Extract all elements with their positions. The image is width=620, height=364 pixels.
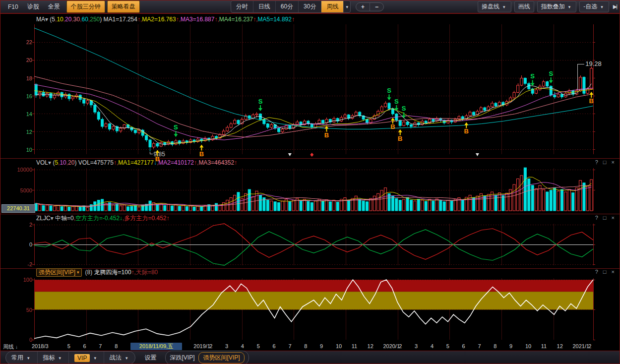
tab-deep-drop-vip[interactable]: 深跌[VIP] (170, 354, 194, 362)
volume-axis-label: 5000 (12, 187, 32, 193)
date-tick-label: 7 (288, 343, 291, 349)
dropdown-trading-line[interactable]: 操盘线 ▾ (478, 1, 511, 12)
date-tick-label: 2018/3 (32, 343, 49, 349)
chevron-down-icon: ▾ (501, 4, 507, 9)
header-segment: ZLJC (36, 215, 51, 222)
date-tick-label: 8 (115, 343, 118, 349)
tab-period-daily[interactable]: 日线 (253, 1, 276, 12)
date-tick-label: 12 (557, 343, 563, 349)
price-axis-label: 14 (12, 111, 32, 117)
menu-indicators[interactable]: 指标 ▾ (37, 352, 69, 364)
date-tick-label: 2020/1 (383, 343, 400, 349)
strength-header-values: (8) 龙腾四海=100↑,天际=80 (85, 269, 158, 276)
zoom-in-button[interactable]: + (356, 3, 370, 11)
close-icon[interactable]: × (612, 215, 615, 221)
date-tick-label: 12 (368, 343, 373, 349)
date-axis[interactable]: 周线 ↓ 2018/3567892019/1234567891011122020… (0, 343, 620, 351)
tab-period-60min[interactable]: 60分 (276, 1, 299, 12)
button-draw-line[interactable]: 画线 (514, 1, 534, 12)
maximize-icon[interactable]: □ (603, 215, 607, 221)
volume-bars-layer (35, 168, 593, 211)
svg-text:B: B (324, 131, 329, 139)
header-segment: MA1=17.254 (104, 16, 137, 23)
menu-tactics[interactable]: 战法 ▾ (104, 352, 135, 364)
help-icon[interactable]: ? (595, 269, 598, 275)
timeframe-corner-label[interactable]: 周线 ↓ (3, 343, 18, 351)
header-segment: ) (100, 16, 103, 23)
main-indicator-header[interactable]: MA▾ (5,10,20,30,60,250) MA1=17.254↑,MA2=… (36, 16, 295, 23)
header-segment: VOL (36, 159, 48, 166)
header-segment: 多方主力=0.452 (124, 215, 166, 222)
zljc-panel-controls: ? □ × (592, 215, 615, 221)
maximize-icon[interactable]: □ (603, 269, 607, 275)
chevron-down-icon: ▾ (25, 356, 32, 361)
date-tick-label: 11 (352, 343, 357, 349)
header-segment: ▾ (45, 16, 50, 23)
header-segment: MA5=14.892 (258, 16, 292, 23)
candles-layer (35, 66, 593, 151)
header-segment: (8) (85, 269, 94, 276)
dropdown-strength-zone[interactable]: 强势区间[VIP] ▾ (36, 268, 82, 277)
header-segment: MA (36, 16, 45, 23)
header-segment: 30 (73, 16, 80, 23)
help-icon[interactable]: ? (595, 159, 598, 165)
tab-period-minute[interactable]: 分时 (231, 1, 253, 12)
dropdown-index-overlay[interactable]: 指数叠加 ▾ (537, 1, 577, 12)
zljc-indicator-header[interactable]: ZLJC▾ 中轴=0,空方主力=-0.452↓,多方主力=0.452↑ (36, 215, 170, 222)
zoom-out-button[interactable]: − (370, 3, 383, 11)
header-segment: MA2=16.763 (142, 16, 176, 23)
svg-text:19.28: 19.28 (585, 60, 602, 67)
period-tabs: 分时 日线 60分 30分 周线 ▾ (231, 0, 351, 13)
svg-text:S: S (394, 98, 399, 105)
svg-text:B: B (390, 123, 395, 130)
button-stock-3min[interactable]: 个股三分钟 (66, 0, 105, 13)
menu-panorama[interactable]: 全景 (44, 1, 64, 12)
date-tick-label: 6 (462, 343, 465, 349)
date-tick-label: 3 (225, 343, 228, 349)
svg-text:S: S (549, 70, 553, 77)
date-tick-label: 2 (588, 343, 591, 349)
menu-f10[interactable]: F10 (3, 2, 23, 12)
tab-strength-zone-vip[interactable]: 强势区间[VIP] (198, 352, 244, 364)
tab-period-weekly[interactable]: 周线 (321, 1, 344, 12)
collapse-panel-icon[interactable]: ▶| (613, 3, 617, 10)
settings-button[interactable]: 设置 (141, 352, 159, 364)
help-icon[interactable]: ? (595, 215, 598, 221)
dropdown-watchlist[interactable]: -自选 ▾ (579, 1, 609, 12)
date-tick-label: 5 (257, 343, 260, 349)
svg-text:9.85: 9.85 (154, 151, 166, 158)
chart-canvas: SSSSSSSBBBBBBB9.8519.28 (0, 0, 620, 364)
header-segment: ) (74, 159, 78, 166)
menu-diagnose-stock[interactable]: 诊股 (23, 1, 44, 12)
close-icon[interactable]: × (612, 159, 615, 165)
date-tick-label: 5 (67, 343, 70, 349)
header-segment: 中轴=0 (55, 215, 74, 222)
volume-panel-controls: ? □ × (592, 159, 615, 165)
close-icon[interactable]: × (612, 269, 615, 275)
bottom-toolbar: 常用 ▾ 指标 ▾ VIP ▾ 战法 ▾ 设置 深跌[VIP] 强势区间[VIP… (0, 351, 620, 364)
date-tick-label: 2021/1 (572, 343, 589, 349)
date-tick-label: 7 (99, 343, 102, 349)
volume-indicator-header[interactable]: VOL▾ (5,10,20) VOL=475775↑,MA1=427177↓,M… (36, 159, 237, 167)
tab-period-30min[interactable]: 30分 (299, 1, 321, 12)
button-strategy-watch[interactable]: 策略看盘 (107, 0, 140, 13)
strength-indicator-header: 强势区间[VIP] ▾ (8) 龙腾四海=100↑,天际=80 (36, 269, 158, 276)
chevron-down-icon[interactable]: ▾ (344, 4, 350, 9)
price-axis-label: 22 (12, 39, 32, 45)
header-segment: MA3=464352 (198, 159, 234, 166)
svg-text:S: S (258, 98, 263, 105)
svg-text:S: S (530, 72, 535, 80)
maximize-icon[interactable]: □ (603, 159, 607, 165)
zljc-axis-label: 2 (12, 222, 32, 228)
chevron-down-icon: ▾ (124, 356, 130, 361)
header-segment: MA4=16.237 (219, 16, 253, 23)
volume-axis-label: 10000 (12, 167, 32, 173)
index-value-box: 22740.31 (1, 204, 35, 213)
date-tick-label: 5 (446, 343, 449, 349)
date-tick-label: 10 (525, 343, 531, 349)
date-tick-label: 2 (209, 343, 212, 349)
menu-common[interactable]: 常用 ▾ (6, 352, 37, 364)
strength-axis-label: 50 (12, 307, 32, 313)
menu-vip[interactable]: VIP ▾ (68, 352, 104, 364)
date-tick-label: 11 (541, 343, 547, 349)
